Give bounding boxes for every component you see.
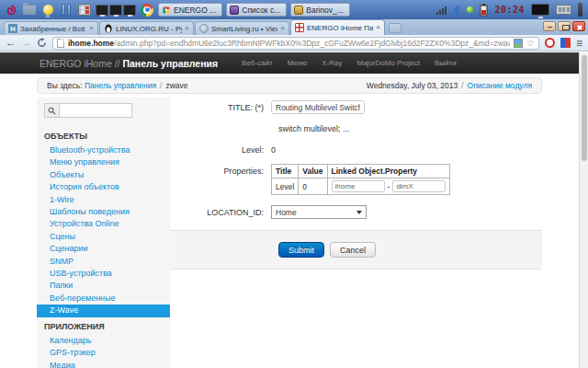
title-row: TITLE: (*) [170,100,542,114]
calculator-icon[interactable] [77,3,92,17]
sidebar-item-control-menu[interactable]: Меню управления [37,156,170,168]
screen: ENERGO ... Список с... Barinov_... 20:24 [0,0,588,368]
sidebar-item-scenes[interactable]: Сцены [37,231,170,243]
level-label: Level: [170,145,271,155]
title-label: TITLE: (*) [170,100,271,112]
sidebar-item-web-vars[interactable]: Веб-переменные [37,293,170,305]
speaker-icon[interactable] [578,3,582,17]
tab-close-icon[interactable]: × [376,24,380,31]
browser-tabstrip: H Захабренные / Всё / X × LINUX.ORG.RU -… [0,19,588,35]
browser-menu-icon[interactable]: ≡ [576,38,582,49]
sidebar-search-input[interactable] [60,103,132,118]
device-form: TITLE: (*) switch multilevel; ... Level:… [170,98,542,368]
taskbar-window-label: ENERGO ... [174,6,216,15]
close-button[interactable] [572,21,585,31]
forward-button[interactable]: → [21,38,31,48]
sidebar-item-behavior-templates[interactable]: Шаблоны поведения [37,206,170,218]
tab-energo-ihome[interactable]: ENERGO iHome Панел... × [290,19,385,35]
bluetooth-icon[interactable] [453,5,460,16]
nav-menu[interactable]: Меню [288,59,308,67]
page-area: ENERGO iHome // Панель управления Веб-са… [0,52,579,368]
taskbar-window-energo[interactable]: ENERGO ... [158,3,222,17]
module-description-link[interactable]: Описание модуля [468,81,532,90]
lightbulb-icon[interactable] [40,3,55,17]
tab-title: SmartLiving.ru • View [211,25,277,33]
nav-xray[interactable]: X-Ray [322,59,342,67]
panel-toggle-icon[interactable] [59,3,74,17]
scrollbar-thumb[interactable] [582,55,587,161]
tab-habr[interactable]: H Захабренные / Всё / X × [4,21,98,35]
battery-icon[interactable] [480,4,488,17]
sidebar-item-calendar[interactable]: Календарь [37,335,170,347]
taskbar-window-barinov[interactable]: Barinov_... [290,3,350,17]
breadcrumb-label: Вы здесь: [47,81,83,90]
location-select[interactable]: Home [271,205,367,219]
sidebar-item-object-history[interactable]: История объектов [37,181,170,193]
sidebar-item-bluetooth[interactable]: Bluetooth-устройства [37,144,170,156]
cancel-button[interactable]: Cancel [330,242,376,258]
extension-ring-icon[interactable] [545,38,555,48]
form-actions: Submit Cancel [170,230,542,270]
status-dot-icon[interactable] [467,6,473,13]
sidebar-item-scenarios[interactable]: Сценарии [37,243,170,255]
linked-object-input[interactable] [332,180,385,192]
sidebar-item-devices-online[interactable]: Устройства Online [37,218,170,230]
taskbar-window-label: Список с... [242,6,280,15]
tab-close-icon[interactable]: × [185,25,189,32]
bookmark-star-icon[interactable]: ☆ [526,39,535,48]
sidebar-item-usb[interactable]: USB-устройства [37,268,170,280]
page-date: Wednesday, July 03, 2013 [367,81,458,90]
sidebar-item-snmp[interactable]: SNMP [37,256,170,268]
screenshot-extension-icon[interactable] [514,39,523,48]
site-nav: Веб-сайт Меню X-Ray MajorDoMo Project Вы… [242,59,457,67]
sidebar-item-media[interactable]: Медиа [37,360,170,368]
tab-smartliving[interactable]: SmartLiving.ru • View × [195,21,289,35]
properties-row: Properties: Title Value Linked Object.Pr… [170,164,542,195]
tab-close-icon[interactable]: × [280,25,285,32]
breadcrumb-link-panel[interactable]: Панель управления [85,81,156,90]
title-input[interactable] [271,100,365,114]
back-button[interactable]: ← [6,38,16,48]
reload-button[interactable] [37,38,47,48]
chrome-launcher-icon[interactable] [140,3,154,17]
sidebar-item-gps-tracker[interactable]: GPS-трэкер [37,347,170,359]
brand-prefix: ENERGO iHome // [40,58,122,69]
site-header: ENERGO iHome // Панель управления Веб-са… [0,52,579,74]
sidebar-item-folders[interactable]: Папки [37,280,170,292]
breadcrumb-current: zwave [165,81,187,90]
window-controls [543,21,585,31]
keypad-widget-icon[interactable] [556,5,571,15]
page-scrollbar[interactable] [579,52,588,368]
tab-linux-org-ru[interactable]: LINUX.ORG.RU - Русски × [99,21,194,35]
app-icon [230,6,239,15]
sidebar-item-zwave[interactable]: Z-Wave [37,305,170,316]
sidebar-item-objects[interactable]: Объекты [37,169,170,181]
penguin-favicon [104,24,113,33]
nav-majordomo[interactable]: MajorDoMo Project [357,59,420,67]
address-bar[interactable]: ihome.home/admin.php?pd=endhdmU6e2luc3Rh… [52,37,539,50]
location-label: LOCATION_ID: [170,205,271,217]
level-row: Level: 0 [170,145,542,155]
taskbar-window-spisok[interactable]: Список с... [226,3,287,17]
monitor-widget-icon[interactable] [531,4,549,16]
maximize-button[interactable] [558,21,571,31]
sidebar-section-objects: ОБЪЕКТЫ [37,127,170,144]
workspace-switcher[interactable] [96,5,136,16]
page-content: ОБЪЕКТЫ Bluetooth-устройства Меню управл… [37,98,542,368]
user-app-icon [294,6,303,15]
extension-duo-icon[interactable] [560,38,571,48]
linked-property-input[interactable] [392,180,446,192]
submit-button[interactable]: Submit [278,242,324,258]
nav-logout[interactable]: Выйти [435,59,457,67]
file-manager-icon[interactable] [22,3,37,17]
tab-close-icon[interactable]: × [89,25,94,32]
debian-menu-icon[interactable] [4,3,18,17]
minimize-button[interactable] [543,21,556,31]
sidebar-item-1wire[interactable]: 1-Wire [37,194,170,206]
nav-website[interactable]: Веб-сайт [242,59,273,67]
date-separator: / [461,81,463,90]
new-tab-button[interactable] [389,23,401,33]
signal-strength-icon[interactable] [436,6,447,15]
location-row: LOCATION_ID: Home [170,205,542,219]
browser-toolbar: ← → ihome.home/admin.php?pd=endhdmU6e2lu… [0,35,588,52]
